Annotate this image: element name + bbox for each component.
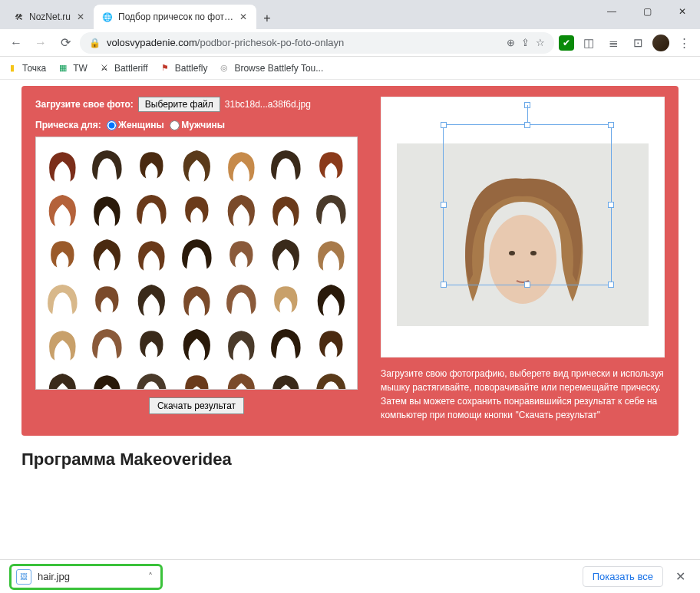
hair-thumb[interactable] — [309, 142, 352, 185]
female-label: Женщины — [118, 120, 164, 130]
hair-thumb[interactable] — [85, 276, 128, 319]
gender-label: Прическа для: — [35, 120, 101, 130]
bookmark-tochka[interactable]: ▮Точка — [6, 62, 46, 74]
download-chip[interactable]: 🖼 hair.jpg ˄ — [9, 564, 163, 590]
window-controls: — ▢ ✕ — [594, 0, 700, 23]
hair-thumb[interactable] — [309, 321, 352, 364]
url-text: volosvypadenie.com/podbor-prichesok-po-f… — [107, 37, 500, 48]
hair-thumb[interactable] — [264, 232, 307, 275]
hair-thumb[interactable] — [85, 321, 128, 364]
minimize-button[interactable]: — — [594, 0, 629, 23]
tab-noznet[interactable]: 🛠 NozNet.ru ✕ — [5, 5, 94, 29]
handle-nw[interactable] — [441, 122, 447, 128]
hair-list[interactable] — [35, 137, 358, 390]
handle-w[interactable] — [441, 202, 447, 208]
hair-thumb[interactable] — [85, 365, 128, 390]
hair-thumb[interactable] — [41, 142, 84, 185]
hair-thumb[interactable] — [220, 321, 262, 364]
bookmark-tw[interactable]: ▦TW — [57, 62, 88, 74]
handle-e[interactable] — [608, 202, 614, 208]
hair-thumb[interactable] — [41, 321, 84, 364]
hair-thumb[interactable] — [41, 365, 84, 390]
close-icon[interactable]: ✕ — [238, 12, 249, 22]
menu-icon[interactable]: ⋮ — [674, 33, 694, 53]
hair-thumb[interactable] — [41, 186, 84, 229]
hair-thumb[interactable] — [220, 142, 262, 185]
hair-thumb[interactable] — [220, 365, 262, 390]
choose-file-button[interactable]: Выберите файл — [138, 97, 220, 112]
left-column: Загрузите свое фото: Выберите файл 31bc1… — [35, 97, 358, 422]
hair-thumb[interactable] — [175, 321, 218, 364]
handle-sw[interactable] — [441, 282, 447, 288]
zoom-icon[interactable]: ⊕ — [507, 37, 515, 48]
flag-icon: ⚑ — [159, 62, 171, 74]
chosen-file-name: 31bc18d...a38f6d.jpg — [225, 99, 311, 110]
ext2-icon[interactable]: ≣ — [603, 33, 623, 53]
hair-thumb[interactable] — [175, 365, 218, 390]
handle-n[interactable] — [524, 122, 530, 128]
download-filename: hair.jpg — [38, 571, 70, 582]
hair-thumb[interactable] — [264, 186, 307, 229]
male-label: Мужчины — [181, 120, 225, 130]
download-result-button[interactable]: Скачать результат — [149, 397, 244, 414]
hair-thumb[interactable] — [130, 365, 173, 390]
upload-row: Загрузите свое фото: Выберите файл 31bc1… — [35, 97, 358, 112]
handle-ne[interactable] — [608, 122, 614, 128]
hair-thumb[interactable] — [264, 142, 307, 185]
hair-thumb[interactable] — [175, 276, 218, 319]
hair-thumb[interactable] — [41, 232, 84, 275]
hair-thumb[interactable] — [309, 365, 352, 390]
hair-thumb[interactable] — [175, 142, 218, 185]
hair-thumb[interactable] — [220, 276, 262, 319]
selection-box[interactable] — [443, 124, 612, 285]
hair-thumb[interactable] — [130, 321, 173, 364]
hair-thumb[interactable] — [130, 276, 173, 319]
hair-thumb[interactable] — [85, 232, 128, 275]
close-bar-icon[interactable]: ✕ — [669, 569, 691, 584]
hair-thumb[interactable] — [175, 186, 218, 229]
close-button[interactable]: ✕ — [665, 0, 700, 23]
hair-thumb[interactable] — [41, 276, 84, 319]
maximize-button[interactable]: ▢ — [629, 0, 665, 23]
bookmark-battleriff[interactable]: ⚔Battleriff — [98, 62, 148, 74]
hair-thumb[interactable] — [220, 232, 262, 275]
ext1-icon[interactable]: ◫ — [579, 33, 599, 53]
forward-button[interactable]: → — [31, 33, 51, 53]
bookmark-battlefly[interactable]: ⚑Battlefly — [159, 62, 208, 74]
share-icon[interactable]: ⇪ — [521, 37, 530, 48]
hair-thumb[interactable] — [130, 142, 173, 185]
address-bar[interactable]: 🔒 volosvypadenie.com/podbor-prichesok-po… — [80, 32, 554, 54]
hair-thumb[interactable] — [309, 232, 352, 275]
preview-panel[interactable] — [381, 97, 665, 357]
hair-thumb[interactable] — [220, 186, 262, 229]
check-ext-icon[interactable]: ✔ — [559, 35, 574, 51]
bookmarks-bar: ▮Точка ▦TW ⚔Battleriff ⚑Battlefly ◎Brows… — [0, 57, 700, 80]
handle-se[interactable] — [608, 282, 614, 288]
hair-thumb[interactable] — [130, 232, 173, 275]
hair-thumb[interactable] — [309, 186, 352, 229]
handle-s[interactable] — [524, 282, 530, 288]
tab-active[interactable]: 🌐 Подбор причесок по фото онла ✕ — [94, 5, 256, 29]
hair-thumb[interactable] — [85, 186, 128, 229]
hair-thumb[interactable] — [130, 186, 173, 229]
bookmark-battlefy[interactable]: ◎Browse Battlefy Tou... — [218, 62, 323, 74]
hair-thumb[interactable] — [175, 232, 218, 275]
hair-thumb[interactable] — [309, 276, 352, 319]
hair-thumb[interactable] — [264, 321, 307, 364]
close-icon[interactable]: ✕ — [75, 12, 86, 22]
back-button[interactable]: ← — [6, 33, 26, 53]
avatar[interactable] — [652, 35, 669, 51]
female-radio[interactable] — [107, 120, 117, 130]
chevron-up-icon[interactable]: ˄ — [148, 572, 153, 582]
hair-thumb[interactable] — [264, 365, 307, 390]
ext3-icon[interactable]: ⊡ — [628, 33, 648, 53]
star-icon[interactable]: ☆ — [536, 37, 545, 48]
right-column: Загрузите свою фотографию, выберете вид … — [381, 97, 665, 422]
male-radio[interactable] — [170, 120, 180, 130]
reload-button[interactable]: ⟳ — [55, 33, 75, 53]
new-tab-button[interactable]: + — [256, 8, 278, 29]
hair-thumb[interactable] — [85, 142, 128, 185]
hair-thumb[interactable] — [264, 276, 307, 319]
globe-icon: 🌐 — [101, 11, 114, 23]
show-all-button[interactable]: Показать все — [583, 566, 663, 587]
